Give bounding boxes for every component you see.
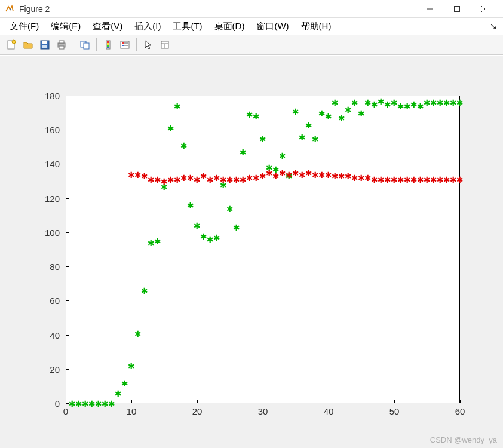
- watermark: CSDN @wendy_ya: [430, 435, 497, 444]
- window-title: Figure 2: [19, 4, 416, 14]
- svg-rect-21: [122, 42, 124, 44]
- toolbar-separator: [136, 38, 137, 51]
- y-tick-mark: [66, 300, 69, 301]
- y-tick-label: 140: [36, 159, 60, 169]
- legend-button[interactable]: [117, 37, 133, 53]
- menu-tools[interactable]: 工具(T): [167, 20, 208, 33]
- figure-area: 0204060801001201401601800102030405060 ✱✱…: [0, 56, 503, 448]
- minimize-button[interactable]: [416, 0, 443, 18]
- y-tick-mark: [66, 335, 69, 336]
- svg-rect-8: [42, 41, 47, 44]
- x-tick-mark: [66, 400, 66, 403]
- save-button[interactable]: [37, 37, 53, 53]
- svg-rect-2: [455, 6, 460, 11]
- y-tick-mark: [66, 403, 69, 404]
- y-tick-label: 100: [36, 227, 60, 237]
- y-tick-label: 40: [36, 330, 60, 340]
- svg-rect-18: [107, 45, 109, 47]
- svg-rect-16: [107, 41, 109, 43]
- x-tick-label: 30: [251, 406, 275, 416]
- y-tick-mark: [66, 198, 69, 199]
- menu-edit[interactable]: 编辑(E): [45, 20, 87, 33]
- y-tick-mark: [66, 96, 69, 96]
- toolbar-separator: [73, 38, 73, 51]
- matlab-icon: [5, 4, 14, 14]
- colorbar-button[interactable]: [100, 37, 116, 53]
- x-tick-label: 40: [317, 406, 341, 416]
- y-tick-label: 160: [36, 125, 60, 135]
- x-tick-label: 20: [185, 406, 209, 416]
- x-tick-mark: [131, 400, 132, 403]
- x-tick-label: 60: [448, 406, 472, 416]
- y-tick-label: 20: [36, 364, 60, 374]
- menubar: 文件(F) 编辑(E) 查看(V) 插入(I) 工具(T) 桌面(D) 窗口(W…: [0, 18, 503, 35]
- window-controls: [416, 0, 498, 18]
- svg-rect-22: [122, 45, 124, 46]
- y-tick-label: 120: [36, 193, 60, 203]
- svg-point-0: [10, 8, 11, 10]
- open-button[interactable]: [20, 37, 36, 53]
- y-tick-mark: [66, 232, 69, 233]
- x-tick-label: 10: [119, 406, 143, 416]
- x-tick-mark: [197, 400, 198, 403]
- y-tick-label: 80: [36, 262, 60, 272]
- close-button[interactable]: [471, 0, 498, 18]
- menu-file[interactable]: 文件(F): [4, 20, 45, 33]
- y-tick-mark: [66, 266, 69, 267]
- y-tick-mark: [66, 369, 69, 370]
- y-tick-label: 180: [36, 91, 60, 101]
- new-figure-button[interactable]: [4, 37, 19, 53]
- svg-rect-19: [107, 47, 109, 48]
- menu-window[interactable]: 窗口(W): [250, 20, 295, 33]
- y-tick-mark: [66, 130, 69, 130]
- axes[interactable]: [66, 96, 460, 403]
- edit-plot-button[interactable]: [140, 37, 156, 53]
- y-tick-mark: [66, 164, 69, 164]
- svg-rect-11: [59, 41, 64, 43]
- x-tick-mark: [329, 400, 329, 403]
- toolbar-separator: [96, 38, 97, 51]
- svg-rect-14: [84, 43, 89, 49]
- menu-view[interactable]: 查看(V): [87, 20, 128, 33]
- link-button[interactable]: [77, 37, 93, 53]
- print-button[interactable]: [54, 37, 69, 53]
- svg-rect-17: [107, 43, 109, 45]
- maximize-button[interactable]: [443, 0, 471, 18]
- menu-help[interactable]: 帮助(H): [295, 20, 338, 33]
- svg-rect-25: [161, 41, 168, 48]
- menu-desktop[interactable]: 桌面(D): [208, 20, 251, 33]
- y-tick-label: 60: [36, 296, 60, 306]
- svg-rect-12: [59, 46, 64, 49]
- x-tick-label: 50: [382, 406, 406, 416]
- svg-point-6: [12, 40, 16, 44]
- x-tick-mark: [394, 400, 395, 403]
- svg-rect-9: [42, 45, 47, 48]
- x-tick-label: 0: [54, 406, 78, 416]
- titlebar: Figure 2: [0, 0, 503, 18]
- dock-arrow-icon[interactable]: ↘: [490, 22, 497, 31]
- toolbar: [0, 35, 503, 55]
- x-tick-mark: [460, 400, 461, 403]
- menu-insert[interactable]: 插入(I): [128, 20, 167, 33]
- x-tick-mark: [263, 400, 263, 403]
- property-inspector-button[interactable]: [157, 37, 173, 53]
